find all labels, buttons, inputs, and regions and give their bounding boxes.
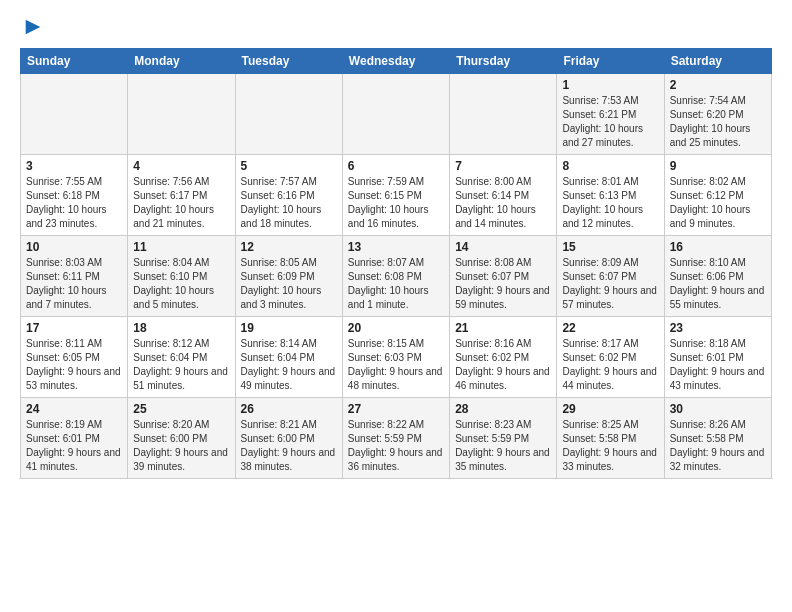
day-of-week-header: Saturday (664, 49, 771, 74)
day-info: Sunrise: 8:02 AM Sunset: 6:12 PM Dayligh… (670, 175, 766, 231)
svg-marker-0 (26, 20, 41, 35)
day-number: 18 (133, 321, 229, 335)
calendar-cell: 20Sunrise: 8:15 AM Sunset: 6:03 PM Dayli… (342, 317, 449, 398)
calendar-week-row: 1Sunrise: 7:53 AM Sunset: 6:21 PM Daylig… (21, 74, 772, 155)
calendar-cell: 6Sunrise: 7:59 AM Sunset: 6:15 PM Daylig… (342, 155, 449, 236)
day-number: 10 (26, 240, 122, 254)
day-info: Sunrise: 7:54 AM Sunset: 6:20 PM Dayligh… (670, 94, 766, 150)
header (20, 16, 772, 38)
calendar-cell: 18Sunrise: 8:12 AM Sunset: 6:04 PM Dayli… (128, 317, 235, 398)
day-info: Sunrise: 8:09 AM Sunset: 6:07 PM Dayligh… (562, 256, 658, 312)
calendar-cell: 3Sunrise: 7:55 AM Sunset: 6:18 PM Daylig… (21, 155, 128, 236)
calendar-week-row: 24Sunrise: 8:19 AM Sunset: 6:01 PM Dayli… (21, 398, 772, 479)
day-number: 3 (26, 159, 122, 173)
calendar-cell: 19Sunrise: 8:14 AM Sunset: 6:04 PM Dayli… (235, 317, 342, 398)
calendar-cell: 22Sunrise: 8:17 AM Sunset: 6:02 PM Dayli… (557, 317, 664, 398)
calendar-week-row: 17Sunrise: 8:11 AM Sunset: 6:05 PM Dayli… (21, 317, 772, 398)
day-info: Sunrise: 8:15 AM Sunset: 6:03 PM Dayligh… (348, 337, 444, 393)
day-number: 16 (670, 240, 766, 254)
day-info: Sunrise: 8:12 AM Sunset: 6:04 PM Dayligh… (133, 337, 229, 393)
calendar: SundayMondayTuesdayWednesdayThursdayFrid… (20, 48, 772, 479)
day-number: 11 (133, 240, 229, 254)
day-info: Sunrise: 8:16 AM Sunset: 6:02 PM Dayligh… (455, 337, 551, 393)
day-info: Sunrise: 8:03 AM Sunset: 6:11 PM Dayligh… (26, 256, 122, 312)
logo-icon (22, 16, 44, 38)
day-info: Sunrise: 8:10 AM Sunset: 6:06 PM Dayligh… (670, 256, 766, 312)
day-number: 5 (241, 159, 337, 173)
day-of-week-header: Friday (557, 49, 664, 74)
day-number: 14 (455, 240, 551, 254)
calendar-cell: 11Sunrise: 8:04 AM Sunset: 6:10 PM Dayli… (128, 236, 235, 317)
calendar-cell: 8Sunrise: 8:01 AM Sunset: 6:13 PM Daylig… (557, 155, 664, 236)
day-of-week-header: Sunday (21, 49, 128, 74)
day-number: 19 (241, 321, 337, 335)
calendar-cell: 9Sunrise: 8:02 AM Sunset: 6:12 PM Daylig… (664, 155, 771, 236)
day-number: 4 (133, 159, 229, 173)
calendar-cell: 1Sunrise: 7:53 AM Sunset: 6:21 PM Daylig… (557, 74, 664, 155)
day-number: 22 (562, 321, 658, 335)
calendar-cell (128, 74, 235, 155)
calendar-cell: 4Sunrise: 7:56 AM Sunset: 6:17 PM Daylig… (128, 155, 235, 236)
day-info: Sunrise: 8:05 AM Sunset: 6:09 PM Dayligh… (241, 256, 337, 312)
day-of-week-header: Wednesday (342, 49, 449, 74)
day-info: Sunrise: 8:19 AM Sunset: 6:01 PM Dayligh… (26, 418, 122, 474)
day-number: 6 (348, 159, 444, 173)
day-info: Sunrise: 7:55 AM Sunset: 6:18 PM Dayligh… (26, 175, 122, 231)
calendar-cell: 24Sunrise: 8:19 AM Sunset: 6:01 PM Dayli… (21, 398, 128, 479)
calendar-cell: 27Sunrise: 8:22 AM Sunset: 5:59 PM Dayli… (342, 398, 449, 479)
calendar-cell (450, 74, 557, 155)
day-info: Sunrise: 8:20 AM Sunset: 6:00 PM Dayligh… (133, 418, 229, 474)
calendar-week-row: 3Sunrise: 7:55 AM Sunset: 6:18 PM Daylig… (21, 155, 772, 236)
day-info: Sunrise: 8:21 AM Sunset: 6:00 PM Dayligh… (241, 418, 337, 474)
calendar-cell: 28Sunrise: 8:23 AM Sunset: 5:59 PM Dayli… (450, 398, 557, 479)
calendar-cell: 21Sunrise: 8:16 AM Sunset: 6:02 PM Dayli… (450, 317, 557, 398)
day-number: 29 (562, 402, 658, 416)
calendar-cell: 23Sunrise: 8:18 AM Sunset: 6:01 PM Dayli… (664, 317, 771, 398)
day-number: 17 (26, 321, 122, 335)
day-number: 12 (241, 240, 337, 254)
day-of-week-header: Tuesday (235, 49, 342, 74)
day-number: 20 (348, 321, 444, 335)
day-info: Sunrise: 8:14 AM Sunset: 6:04 PM Dayligh… (241, 337, 337, 393)
calendar-header-row: SundayMondayTuesdayWednesdayThursdayFrid… (21, 49, 772, 74)
day-number: 23 (670, 321, 766, 335)
calendar-cell (342, 74, 449, 155)
day-info: Sunrise: 8:17 AM Sunset: 6:02 PM Dayligh… (562, 337, 658, 393)
day-number: 8 (562, 159, 658, 173)
calendar-cell: 15Sunrise: 8:09 AM Sunset: 6:07 PM Dayli… (557, 236, 664, 317)
calendar-cell (235, 74, 342, 155)
day-info: Sunrise: 8:22 AM Sunset: 5:59 PM Dayligh… (348, 418, 444, 474)
calendar-cell: 26Sunrise: 8:21 AM Sunset: 6:00 PM Dayli… (235, 398, 342, 479)
day-info: Sunrise: 8:08 AM Sunset: 6:07 PM Dayligh… (455, 256, 551, 312)
calendar-cell: 30Sunrise: 8:26 AM Sunset: 5:58 PM Dayli… (664, 398, 771, 479)
calendar-cell: 14Sunrise: 8:08 AM Sunset: 6:07 PM Dayli… (450, 236, 557, 317)
day-info: Sunrise: 8:23 AM Sunset: 5:59 PM Dayligh… (455, 418, 551, 474)
day-number: 15 (562, 240, 658, 254)
day-of-week-header: Monday (128, 49, 235, 74)
day-number: 9 (670, 159, 766, 173)
day-number: 26 (241, 402, 337, 416)
calendar-cell: 5Sunrise: 7:57 AM Sunset: 6:16 PM Daylig… (235, 155, 342, 236)
calendar-cell: 2Sunrise: 7:54 AM Sunset: 6:20 PM Daylig… (664, 74, 771, 155)
day-number: 2 (670, 78, 766, 92)
calendar-cell: 7Sunrise: 8:00 AM Sunset: 6:14 PM Daylig… (450, 155, 557, 236)
day-info: Sunrise: 8:07 AM Sunset: 6:08 PM Dayligh… (348, 256, 444, 312)
calendar-cell: 17Sunrise: 8:11 AM Sunset: 6:05 PM Dayli… (21, 317, 128, 398)
logo (20, 20, 44, 38)
day-number: 25 (133, 402, 229, 416)
day-info: Sunrise: 7:57 AM Sunset: 6:16 PM Dayligh… (241, 175, 337, 231)
page: SundayMondayTuesdayWednesdayThursdayFrid… (0, 0, 792, 499)
calendar-cell: 13Sunrise: 8:07 AM Sunset: 6:08 PM Dayli… (342, 236, 449, 317)
day-info: Sunrise: 7:59 AM Sunset: 6:15 PM Dayligh… (348, 175, 444, 231)
calendar-cell: 29Sunrise: 8:25 AM Sunset: 5:58 PM Dayli… (557, 398, 664, 479)
calendar-week-row: 10Sunrise: 8:03 AM Sunset: 6:11 PM Dayli… (21, 236, 772, 317)
day-info: Sunrise: 7:56 AM Sunset: 6:17 PM Dayligh… (133, 175, 229, 231)
logo-text (20, 20, 44, 38)
day-info: Sunrise: 8:04 AM Sunset: 6:10 PM Dayligh… (133, 256, 229, 312)
day-number: 21 (455, 321, 551, 335)
day-number: 24 (26, 402, 122, 416)
day-number: 1 (562, 78, 658, 92)
day-info: Sunrise: 8:26 AM Sunset: 5:58 PM Dayligh… (670, 418, 766, 474)
day-info: Sunrise: 8:01 AM Sunset: 6:13 PM Dayligh… (562, 175, 658, 231)
day-number: 28 (455, 402, 551, 416)
